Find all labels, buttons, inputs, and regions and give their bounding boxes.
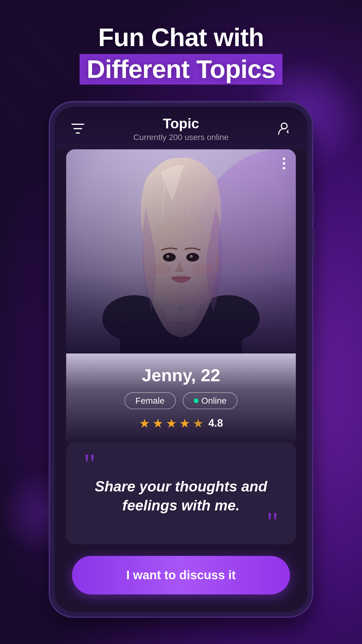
gender-badge: Female [124,392,176,409]
profile-name: Jenny, 22 [78,365,284,385]
headline-section: Fun Chat with Different Topics [0,0,362,102]
filter-icon[interactable] [69,120,87,137]
header-subtitle: Currently 200 users online [133,133,229,142]
star-rating: ★ ★ ★ ★ ★ 4.8 [78,416,284,430]
profile-badges: Female Online [78,392,284,409]
quote-text: Share your thoughts and feelings with me… [84,477,278,515]
star-5-half: ★ [193,416,204,430]
star-4: ★ [179,416,190,430]
cta-section: I want to discuss it [55,544,307,612]
headline-line2: Different Topics [80,54,282,85]
star-2: ★ [152,416,164,430]
quote-mark-open: " [84,457,278,471]
svg-point-5 [281,123,287,129]
quote-section: " Share your thoughts and feelings with … [66,442,296,544]
online-badge: Online [183,392,238,409]
dot2 [283,162,285,165]
svg-rect-22 [66,149,296,354]
app-header: Topic Currently 200 users online [55,107,307,149]
header-title: Topic [133,116,229,132]
profile-image: ✿ [66,149,296,354]
headline-line1: Fun Chat with [0,23,362,52]
quote-mark-close: " [84,518,278,527]
profile-card: ✿ Jenny, 22 [66,149,296,445]
header-title-section: Topic Currently 200 users online [133,116,229,142]
online-indicator [194,398,198,403]
star-1: ★ [139,416,150,430]
star-3: ★ [166,416,177,430]
profile-overlay: Jenny, 22 Female Online ★ ★ ★ ★ ★ [66,354,296,445]
online-label: Online [201,396,227,406]
dot3 [283,167,285,169]
profile-edit-icon[interactable] [275,120,293,137]
more-options-button[interactable] [283,158,285,169]
dot1 [283,158,285,160]
phone-outer: Topic Currently 200 users online [50,102,312,617]
phone-mockup: Topic Currently 200 users online [0,102,362,617]
phone-inner: Topic Currently 200 users online [55,107,307,612]
cta-button[interactable]: I want to discuss it [72,556,290,594]
rating-number: 4.8 [208,417,223,429]
